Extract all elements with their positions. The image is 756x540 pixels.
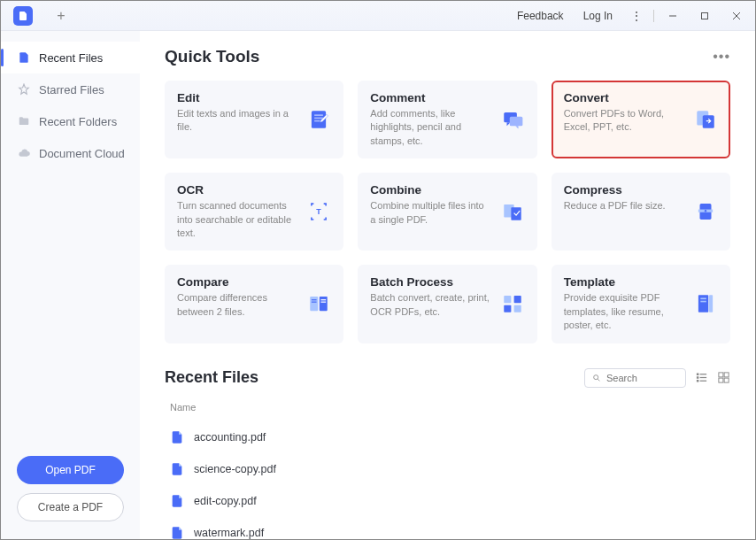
- tool-desc: Combine multiple files into a single PDF…: [370, 199, 490, 227]
- svg-rect-6: [314, 118, 323, 120]
- titlebar-menu-icon[interactable]: ⋮: [623, 9, 650, 23]
- tool-title: Compress: [564, 183, 684, 197]
- tool-desc: Convert PDFs to Word, Excel, PPT, etc.: [564, 107, 684, 135]
- file-name: science-copy.pdf: [194, 463, 276, 475]
- file-row[interactable]: accounting.pdf: [165, 421, 730, 453]
- svg-rect-18: [311, 297, 319, 311]
- tool-desc: Provide exquisite PDF templates, like re…: [564, 291, 684, 332]
- open-pdf-button[interactable]: Open PDF: [17, 456, 124, 484]
- create-pdf-button[interactable]: Create a PDF: [17, 493, 124, 521]
- svg-rect-38: [697, 380, 699, 382]
- svg-rect-42: [719, 378, 723, 382]
- close-button[interactable]: [721, 3, 752, 29]
- svg-rect-40: [719, 373, 723, 377]
- list-view-icon[interactable]: [695, 371, 708, 384]
- tool-title: Combine: [370, 183, 490, 197]
- sidebar-item-label: Starred Files: [39, 83, 104, 96]
- tool-card-ocr[interactable]: OCRTurn scanned documents into searchabl…: [165, 173, 343, 251]
- sidebar-item-recent-files[interactable]: Recent Files: [1, 42, 140, 73]
- file-list: accounting.pdfscience-copy.pdfedit-copy.…: [165, 421, 730, 539]
- svg-rect-1: [702, 12, 708, 19]
- batch-icon: [500, 291, 525, 316]
- svg-rect-7: [314, 120, 320, 122]
- convert-icon: [693, 107, 718, 132]
- svg-rect-35: [700, 374, 707, 374]
- file-row[interactable]: science-copy.pdf: [165, 453, 730, 485]
- feedback-link[interactable]: Feedback: [508, 6, 573, 26]
- svg-point-17: [705, 210, 706, 212]
- template-icon: [693, 291, 718, 316]
- tool-card-comment[interactable]: CommentAdd comments, like highlights, pe…: [358, 81, 536, 158]
- pdf-file-icon: [170, 525, 184, 539]
- svg-rect-14: [511, 207, 521, 220]
- sidebar-item-starred-files[interactable]: Starred Files: [1, 73, 140, 105]
- search-box[interactable]: [584, 368, 686, 388]
- file-row[interactable]: watermark.pdf: [165, 517, 730, 539]
- svg-rect-21: [312, 302, 317, 303]
- svg-rect-24: [504, 296, 511, 303]
- quick-tools-more-icon[interactable]: •••: [713, 49, 730, 65]
- tool-card-convert[interactable]: ConvertConvert PDFs to Word, Excel, PPT,…: [552, 81, 730, 158]
- login-link[interactable]: Log In: [575, 6, 621, 26]
- tools-grid: EditEdit texts and images in a file.Comm…: [165, 81, 730, 343]
- search-input[interactable]: [606, 373, 678, 383]
- titlebar: + Feedback Log In ⋮: [1, 1, 755, 31]
- file-name: edit-copy.pdf: [194, 495, 257, 507]
- tool-card-edit[interactable]: EditEdit texts and images in a file.: [165, 81, 343, 158]
- svg-rect-19: [320, 297, 328, 311]
- file-row[interactable]: edit-copy.pdf: [165, 485, 730, 517]
- svg-point-32: [594, 374, 598, 379]
- compress-icon: [693, 199, 718, 224]
- tool-title: Template: [564, 275, 684, 289]
- tool-title: OCR: [177, 183, 297, 197]
- svg-rect-26: [504, 305, 511, 312]
- pdf-file-icon: [170, 493, 184, 509]
- svg-rect-31: [700, 301, 706, 303]
- tool-card-template[interactable]: TemplateProvide exquisite PDF templates,…: [552, 265, 730, 343]
- main-content: Quick Tools ••• EditEdit texts and image…: [140, 31, 755, 539]
- svg-rect-29: [709, 296, 713, 313]
- tool-card-combine[interactable]: CombineCombine multiple files into a sin…: [358, 173, 536, 251]
- sidebar-item-document-cloud[interactable]: Document Cloud: [1, 137, 140, 169]
- svg-rect-5: [314, 114, 323, 116]
- svg-rect-27: [513, 305, 521, 312]
- search-icon: [592, 373, 601, 383]
- folder-icon: [17, 114, 31, 128]
- tool-card-compare[interactable]: CompareCompare differences between 2 fil…: [165, 265, 343, 343]
- tool-title: Comment: [370, 91, 490, 104]
- sidebar-item-recent-folders[interactable]: Recent Folders: [1, 105, 140, 137]
- tool-title: Compare: [177, 275, 297, 289]
- tool-desc: Turn scanned documents into searchable o…: [177, 199, 297, 240]
- svg-rect-37: [700, 377, 707, 378]
- svg-rect-22: [321, 300, 327, 301]
- sidebar-item-label: Recent Files: [39, 51, 103, 65]
- file-name: accounting.pdf: [194, 431, 266, 444]
- tool-title: Edit: [177, 91, 297, 104]
- maximize-button[interactable]: [690, 3, 720, 29]
- file-name: watermark.pdf: [194, 527, 264, 539]
- file-icon: [17, 50, 31, 65]
- svg-text:T: T: [317, 208, 322, 217]
- tool-desc: Compare differences between 2 files.: [177, 291, 297, 319]
- svg-rect-20: [312, 300, 317, 301]
- grid-view-icon[interactable]: [717, 371, 730, 384]
- tool-desc: Add comments, like highlights, pencil an…: [370, 107, 490, 148]
- svg-rect-36: [697, 376, 699, 379]
- svg-rect-11: [703, 115, 714, 128]
- tool-title: Convert: [564, 91, 684, 104]
- star-icon: [17, 82, 31, 96]
- svg-rect-9: [509, 117, 522, 127]
- svg-rect-39: [700, 381, 707, 382]
- cloud-icon: [17, 146, 31, 160]
- svg-rect-34: [697, 374, 699, 376]
- tool-card-compress[interactable]: CompressReduce a PDF file size.: [552, 173, 730, 251]
- svg-line-33: [598, 379, 599, 381]
- pdf-file-icon: [170, 461, 184, 477]
- comment-icon: [500, 107, 525, 132]
- tool-card-batch-process[interactable]: Batch ProcessBatch convert, create, prin…: [358, 265, 536, 343]
- app-logo-icon: [13, 6, 33, 26]
- svg-rect-30: [700, 298, 706, 300]
- minimize-button[interactable]: [658, 3, 688, 29]
- compare-icon: [306, 291, 331, 316]
- new-tab-button[interactable]: +: [50, 5, 72, 27]
